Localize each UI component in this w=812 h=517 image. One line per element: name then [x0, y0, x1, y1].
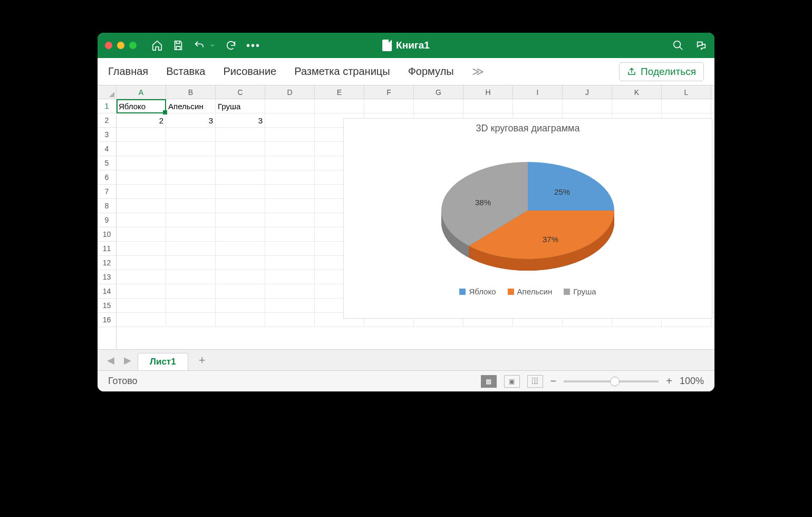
- cell[interactable]: Груша: [216, 99, 265, 113]
- row-header[interactable]: 10: [98, 227, 116, 242]
- cell[interactable]: [166, 213, 216, 227]
- cell[interactable]: [265, 213, 315, 227]
- cell[interactable]: [117, 128, 166, 141]
- column-header[interactable]: E: [315, 85, 364, 99]
- column-header[interactable]: K: [612, 85, 662, 99]
- cell[interactable]: [117, 313, 166, 327]
- embedded-chart[interactable]: 3D круговая диаграмма: [343, 118, 712, 319]
- column-header[interactable]: J: [563, 85, 612, 99]
- cell[interactable]: [117, 170, 166, 184]
- row-header[interactable]: 4: [98, 142, 116, 156]
- column-header[interactable]: D: [265, 85, 315, 99]
- tab-insert[interactable]: Вставка: [166, 65, 205, 78]
- column-header[interactable]: L: [662, 85, 711, 99]
- row-header[interactable]: 8: [98, 199, 116, 213]
- sheet-tab-active[interactable]: Лист1: [138, 353, 188, 370]
- cell[interactable]: 3: [166, 113, 216, 127]
- cell[interactable]: [117, 270, 166, 284]
- row-header[interactable]: 16: [98, 313, 116, 327]
- column-header[interactable]: A: [117, 85, 166, 99]
- search-icon[interactable]: [672, 40, 684, 51]
- cell[interactable]: [463, 99, 513, 113]
- close-window-button[interactable]: [105, 42, 112, 49]
- row-header[interactable]: 5: [98, 156, 116, 170]
- cell[interactable]: [117, 199, 166, 213]
- cell[interactable]: [265, 270, 315, 284]
- column-header[interactable]: H: [463, 85, 513, 99]
- zoom-thumb[interactable]: [610, 377, 620, 386]
- cell[interactable]: [166, 313, 216, 327]
- cell[interactable]: [563, 99, 612, 113]
- cell[interactable]: [166, 284, 216, 298]
- zoom-out-button[interactable]: −: [550, 375, 557, 387]
- cell[interactable]: [216, 284, 265, 298]
- view-normal-button[interactable]: ▦: [481, 375, 497, 388]
- maximize-window-button[interactable]: [129, 42, 137, 49]
- cell[interactable]: [216, 227, 265, 241]
- cell[interactable]: [117, 142, 166, 156]
- cell[interactable]: [216, 199, 265, 213]
- column-header[interactable]: F: [364, 85, 414, 99]
- cell[interactable]: [265, 242, 315, 255]
- cell[interactable]: [265, 128, 315, 141]
- column-header[interactable]: I: [513, 85, 563, 99]
- cell[interactable]: [315, 99, 364, 113]
- cell[interactable]: 3: [216, 113, 265, 127]
- cell[interactable]: [216, 128, 265, 141]
- tab-formulas[interactable]: Формулы: [408, 65, 454, 78]
- cell[interactable]: [166, 156, 216, 170]
- row-header[interactable]: 1: [98, 99, 116, 113]
- view-page-break-button[interactable]: ⿲: [527, 375, 543, 388]
- cell[interactable]: [166, 170, 216, 184]
- cell[interactable]: [117, 299, 166, 312]
- save-icon[interactable]: [172, 40, 184, 51]
- cell[interactable]: [117, 227, 166, 241]
- spreadsheet-grid[interactable]: 12345678910111213141516 ABCDEFGHIJKL 3D …: [98, 85, 714, 349]
- cell[interactable]: [265, 170, 315, 184]
- row-header[interactable]: 7: [98, 185, 116, 199]
- cell[interactable]: [265, 227, 315, 241]
- cell[interactable]: [117, 213, 166, 227]
- cell[interactable]: [662, 99, 711, 113]
- sheet-nav-prev[interactable]: ◀: [104, 355, 118, 366]
- comments-icon[interactable]: [695, 40, 707, 51]
- row-header[interactable]: 12: [98, 256, 116, 270]
- cell[interactable]: [166, 128, 216, 141]
- row-header[interactable]: 6: [98, 170, 116, 185]
- row-header[interactable]: 11: [98, 242, 116, 256]
- cell[interactable]: [166, 256, 216, 270]
- cell[interactable]: [117, 256, 166, 270]
- tab-home[interactable]: Главная: [108, 65, 148, 78]
- cell[interactable]: [265, 256, 315, 270]
- sheet-nav-next[interactable]: ▶: [121, 355, 134, 366]
- cell[interactable]: [414, 99, 463, 113]
- cells-area[interactable]: 3D круговая диаграмма: [117, 99, 714, 349]
- cell[interactable]: [265, 185, 315, 198]
- tab-draw[interactable]: Рисование: [223, 65, 276, 78]
- column-header[interactable]: B: [166, 85, 216, 99]
- cell[interactable]: [216, 313, 265, 327]
- column-header[interactable]: G: [414, 85, 463, 99]
- cell[interactable]: [216, 185, 265, 198]
- cell[interactable]: [166, 199, 216, 213]
- cell[interactable]: [265, 313, 315, 327]
- view-page-layout-button[interactable]: ▣: [504, 375, 520, 388]
- zoom-level[interactable]: 100%: [680, 376, 704, 387]
- cell[interactable]: [265, 284, 315, 298]
- cell[interactable]: [117, 242, 166, 255]
- cell[interactable]: [117, 185, 166, 198]
- share-button[interactable]: Поделиться: [619, 62, 704, 81]
- cell[interactable]: Апельсин: [166, 99, 216, 113]
- cell[interactable]: [166, 270, 216, 284]
- cell[interactable]: [364, 99, 414, 113]
- row-header[interactable]: 15: [98, 299, 116, 313]
- tabs-overflow-icon[interactable]: ≫: [472, 65, 484, 79]
- cell[interactable]: [166, 299, 216, 312]
- tab-page-layout[interactable]: Разметка страницы: [294, 65, 390, 78]
- cell[interactable]: [216, 256, 265, 270]
- zoom-slider[interactable]: [564, 380, 659, 382]
- undo-dropdown-icon[interactable]: [209, 42, 216, 49]
- cell[interactable]: [216, 156, 265, 170]
- cell[interactable]: [117, 156, 166, 170]
- cell[interactable]: [117, 284, 166, 298]
